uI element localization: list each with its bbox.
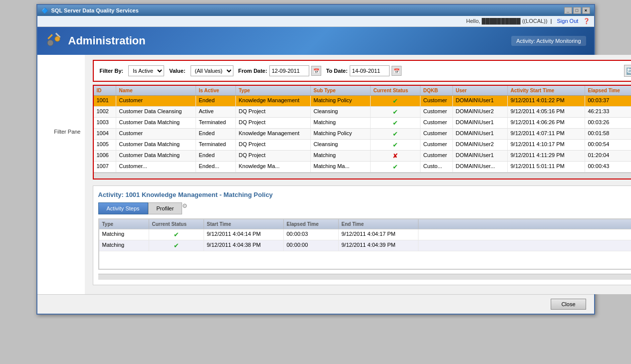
cell-is-active: Ended... bbox=[196, 162, 236, 172]
cell-user: DOMAIN\User1 bbox=[453, 118, 508, 128]
table-row[interactable]: 1001 Customer Ended Knowledge Management… bbox=[94, 96, 631, 107]
value-label: Value: bbox=[169, 68, 185, 74]
maximize-button[interactable]: □ bbox=[573, 7, 581, 14]
col-start-time: Activity Start Time bbox=[508, 86, 585, 95]
cell-id: 1001 bbox=[94, 96, 116, 106]
cell-user: DOMAIN\User1 bbox=[453, 129, 508, 139]
detail-col-start: Start Time bbox=[204, 219, 284, 229]
cell-elapsed: 00:00:54 bbox=[585, 140, 631, 150]
cell-is-active: Terminated bbox=[196, 140, 236, 150]
cell-name: Customer Data Matching bbox=[116, 118, 196, 128]
col-type: Type bbox=[236, 86, 311, 95]
cell-elapsed: 00:01:58 bbox=[585, 129, 631, 139]
table-row[interactable]: 1007 Customer... Ended... Knowledge Ma..… bbox=[94, 162, 631, 173]
detail-table-row[interactable]: Matching ✔ 9/12/2011 4:04:38 PM 00:00:00… bbox=[99, 240, 631, 251]
from-date-input[interactable] bbox=[269, 65, 309, 76]
cell-is-active: Active bbox=[196, 107, 236, 117]
activity-grid: ID Name Is Active Type Sub Type Current … bbox=[93, 85, 631, 180]
cell-id: 1004 bbox=[94, 129, 116, 139]
filter-pane: Filter By: Is Active Value: (All Values)… bbox=[93, 60, 631, 82]
detail-horizontal-scrollbar[interactable] bbox=[98, 274, 631, 280]
filter-by-select[interactable]: Is Active bbox=[128, 65, 164, 76]
cell-start-time: 9/12/2011 4:06:26 PM bbox=[508, 118, 585, 128]
settings-icon[interactable]: ⚙ bbox=[182, 202, 188, 214]
detail-cell-elapsed: 00:00:03 bbox=[284, 229, 339, 240]
detail-cell-status: ✔ bbox=[149, 229, 204, 240]
cell-name: Customer bbox=[116, 129, 196, 139]
svg-point-3 bbox=[55, 36, 60, 41]
cell-start-time: 9/12/2011 4:10:17 PM bbox=[508, 140, 585, 150]
from-date-calendar-button[interactable]: 📅 bbox=[311, 66, 321, 76]
detail-col-elapsed: Elapsed Time bbox=[284, 219, 339, 229]
detail-grid: Type Current Status Start Time Elapsed T… bbox=[98, 218, 631, 270]
detail-cell-type: Matching bbox=[99, 229, 149, 240]
detail-cell-status: ✔ bbox=[149, 240, 204, 251]
cell-id: 1002 bbox=[94, 107, 116, 117]
cell-dqkb: Customer bbox=[421, 129, 453, 139]
cell-elapsed: 00:03:37 bbox=[585, 96, 631, 106]
cell-status: ✔ bbox=[371, 107, 421, 117]
cell-start-time: 9/12/2011 4:01:22 PM bbox=[508, 96, 585, 106]
cell-user: DOMAIN\User... bbox=[453, 162, 508, 172]
detail-cell-start: 9/12/2011 4:04:38 PM bbox=[204, 240, 284, 251]
col-is-active: Is Active bbox=[196, 86, 236, 95]
status-check-icon: ✔ bbox=[393, 97, 398, 105]
close-button[interactable]: Close bbox=[551, 299, 586, 310]
col-id: ID bbox=[94, 86, 116, 95]
filter-by-label: Filter By: bbox=[100, 68, 124, 74]
cell-dqkb: Customer bbox=[421, 151, 453, 161]
value-select[interactable]: (All Values) bbox=[191, 65, 233, 76]
help-icon[interactable]: ❓ bbox=[583, 18, 590, 24]
cell-status: ✘ bbox=[371, 151, 421, 161]
close-window-button[interactable]: × bbox=[582, 7, 590, 14]
hello-text: Hello, bbox=[466, 18, 480, 24]
cell-status: ✔ bbox=[371, 162, 421, 172]
table-row[interactable]: 1003 Customer Data Matching Terminated D… bbox=[94, 118, 631, 129]
cell-status: ✔ bbox=[371, 140, 421, 150]
status-x-icon: ✘ bbox=[393, 152, 398, 160]
cell-user: DOMAIN\User2 bbox=[453, 107, 508, 117]
cell-type: Knowledge Management bbox=[236, 96, 311, 106]
cell-status: ✔ bbox=[371, 118, 421, 128]
cell-type: DQ Project bbox=[236, 140, 311, 150]
status-check-icon: ✔ bbox=[393, 108, 398, 116]
cell-user: DOMAIN\User1 bbox=[453, 151, 508, 161]
col-name: Name bbox=[116, 86, 196, 95]
cell-type: DQ Project bbox=[236, 107, 311, 117]
minimize-button[interactable]: _ bbox=[564, 7, 572, 14]
svg-rect-0 bbox=[47, 34, 53, 39]
username: ██████████ bbox=[482, 18, 522, 24]
detail-table-row[interactable]: Matching ✔ 9/12/2011 4:04:14 PM 00:00:03… bbox=[99, 229, 631, 240]
sign-out-link[interactable]: Sign Out bbox=[557, 18, 579, 24]
cell-id: 1006 bbox=[94, 151, 116, 161]
tools-icon bbox=[45, 32, 63, 50]
table-row[interactable]: 1002 Customer Data Cleansing Active DQ P… bbox=[94, 107, 631, 118]
refresh-button[interactable]: 🔄 bbox=[624, 65, 631, 77]
tab-profiler[interactable]: Profiler bbox=[148, 202, 183, 214]
cell-elapsed: 00:03:26 bbox=[585, 118, 631, 128]
detail-col-type: Type bbox=[99, 219, 149, 229]
table-row[interactable]: 1005 Customer Data Matching Terminated D… bbox=[94, 140, 631, 151]
cell-name: Customer bbox=[116, 96, 196, 106]
from-date-field: From Date: 📅 bbox=[238, 65, 321, 76]
cell-name: Customer Data Cleansing bbox=[116, 107, 196, 117]
cell-user: DOMAIN\User2 bbox=[453, 140, 508, 150]
detail-status-check-icon: ✔ bbox=[174, 231, 179, 238]
cell-sub-type: Matching Policy bbox=[311, 96, 371, 106]
cell-type: Knowledge Ma... bbox=[236, 162, 311, 172]
to-date-field: To Date: 📅 bbox=[326, 65, 402, 76]
col-sub-type: Sub Type bbox=[311, 86, 371, 95]
cell-is-active: Ended bbox=[196, 151, 236, 161]
cell-type: DQ Project bbox=[236, 118, 311, 128]
horizontal-scrollbar[interactable] bbox=[94, 173, 631, 179]
to-date-calendar-button[interactable]: 📅 bbox=[392, 66, 402, 76]
to-date-input[interactable] bbox=[350, 65, 390, 76]
header-bar: Administration Activity: Activity Monito… bbox=[37, 27, 594, 55]
detail-title: Activity: 1001 Knowledge Management - Ma… bbox=[98, 191, 631, 198]
cell-id: 1005 bbox=[94, 140, 116, 150]
table-row[interactable]: 1004 Customer Ended Knowledge Management… bbox=[94, 129, 631, 140]
to-date-label: To Date: bbox=[326, 68, 348, 74]
tab-activity-steps[interactable]: Activity Steps bbox=[98, 202, 148, 214]
detail-cell-end: 9/12/2011 4:04:17 PM bbox=[339, 229, 419, 240]
table-row[interactable]: 1006 Customer Data Matching Ended DQ Pro… bbox=[94, 151, 631, 162]
